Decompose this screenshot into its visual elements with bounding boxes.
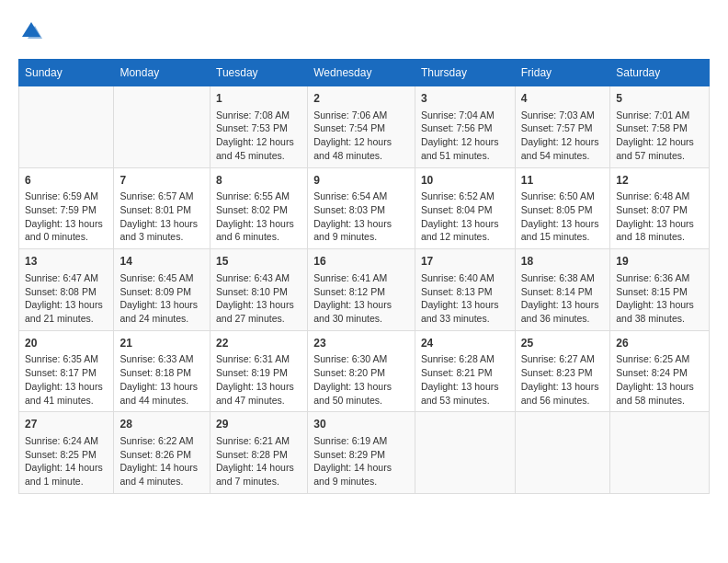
week-row: 1Sunrise: 7:08 AM Sunset: 7:53 PM Daylig…	[19, 86, 710, 168]
calendar-cell	[114, 86, 210, 168]
calendar-cell: 7Sunrise: 6:57 AM Sunset: 8:01 PM Daylig…	[114, 167, 210, 249]
calendar-cell: 27Sunrise: 6:24 AM Sunset: 8:25 PM Dayli…	[19, 412, 114, 494]
cell-content: Sunrise: 6:33 AM Sunset: 8:18 PM Dayligh…	[119, 352, 204, 407]
day-number: 22	[216, 336, 301, 351]
day-number: 27	[25, 417, 108, 432]
day-number: 3	[421, 91, 509, 107]
cell-content: Sunrise: 7:08 AM Sunset: 7:53 PM Dayligh…	[216, 109, 301, 163]
day-number: 9	[313, 173, 409, 189]
logo	[18, 18, 48, 44]
calendar-cell: 19Sunrise: 6:36 AM Sunset: 8:15 PM Dayli…	[610, 249, 710, 331]
header-cell-saturday: Saturday	[610, 60, 710, 86]
calendar-cell: 16Sunrise: 6:41 AM Sunset: 8:12 PM Dayli…	[308, 249, 415, 331]
calendar-cell: 9Sunrise: 6:54 AM Sunset: 8:03 PM Daylig…	[308, 167, 415, 249]
cell-content: Sunrise: 6:35 AM Sunset: 8:17 PM Dayligh…	[25, 352, 108, 407]
calendar-cell: 26Sunrise: 6:25 AM Sunset: 8:24 PM Dayli…	[610, 330, 710, 412]
calendar-cell: 5Sunrise: 7:01 AM Sunset: 7:58 PM Daylig…	[610, 86, 710, 168]
calendar-cell: 24Sunrise: 6:28 AM Sunset: 8:21 PM Dayli…	[415, 330, 515, 412]
calendar-cell: 29Sunrise: 6:21 AM Sunset: 8:28 PM Dayli…	[210, 412, 308, 494]
day-number: 5	[616, 91, 703, 107]
cell-content: Sunrise: 6:28 AM Sunset: 8:21 PM Dayligh…	[421, 352, 509, 407]
cell-content: Sunrise: 6:30 AM Sunset: 8:20 PM Dayligh…	[313, 352, 409, 407]
calendar-cell: 12Sunrise: 6:48 AM Sunset: 8:07 PM Dayli…	[610, 167, 710, 249]
calendar-cell: 1Sunrise: 7:08 AM Sunset: 7:53 PM Daylig…	[210, 86, 308, 168]
header-cell-monday: Monday	[114, 60, 210, 86]
cell-content: Sunrise: 6:25 AM Sunset: 8:24 PM Dayligh…	[616, 352, 703, 407]
day-number: 28	[119, 417, 204, 432]
day-number: 7	[119, 173, 204, 189]
calendar-cell: 2Sunrise: 7:06 AM Sunset: 7:54 PM Daylig…	[308, 86, 415, 168]
day-number: 25	[521, 336, 604, 351]
day-number: 30	[313, 417, 409, 432]
calendar-cell: 30Sunrise: 6:19 AM Sunset: 8:29 PM Dayli…	[308, 412, 415, 494]
calendar-cell: 14Sunrise: 6:45 AM Sunset: 8:09 PM Dayli…	[114, 249, 210, 331]
week-row: 6Sunrise: 6:59 AM Sunset: 7:59 PM Daylig…	[19, 167, 710, 249]
day-number: 14	[119, 254, 204, 270]
week-row: 13Sunrise: 6:47 AM Sunset: 8:08 PM Dayli…	[19, 249, 710, 331]
cell-content: Sunrise: 6:52 AM Sunset: 8:04 PM Dayligh…	[421, 190, 509, 244]
day-number: 8	[216, 173, 301, 189]
cell-content: Sunrise: 7:06 AM Sunset: 7:54 PM Dayligh…	[313, 109, 409, 163]
cell-content: Sunrise: 6:27 AM Sunset: 8:23 PM Dayligh…	[521, 352, 604, 407]
cell-content: Sunrise: 6:19 AM Sunset: 8:29 PM Dayligh…	[313, 434, 409, 488]
calendar-header: SundayMondayTuesdayWednesdayThursdayFrid…	[19, 60, 710, 86]
day-number: 12	[616, 173, 703, 189]
header-cell-tuesday: Tuesday	[210, 60, 308, 86]
calendar-cell: 23Sunrise: 6:30 AM Sunset: 8:20 PM Dayli…	[308, 330, 415, 412]
day-number: 10	[421, 173, 509, 189]
day-number: 6	[25, 173, 108, 189]
day-number: 24	[421, 336, 509, 351]
day-number: 11	[521, 173, 604, 189]
day-number: 16	[313, 254, 409, 270]
header-cell-thursday: Thursday	[415, 60, 515, 86]
week-row: 27Sunrise: 6:24 AM Sunset: 8:25 PM Dayli…	[19, 412, 710, 494]
day-number: 2	[313, 91, 409, 107]
header-cell-wednesday: Wednesday	[308, 60, 415, 86]
calendar-cell: 22Sunrise: 6:31 AM Sunset: 8:19 PM Dayli…	[210, 330, 308, 412]
cell-content: Sunrise: 6:54 AM Sunset: 8:03 PM Dayligh…	[313, 190, 409, 244]
day-number: 29	[216, 417, 301, 432]
day-number: 19	[616, 254, 703, 270]
cell-content: Sunrise: 6:41 AM Sunset: 8:12 PM Dayligh…	[313, 271, 409, 326]
day-number: 1	[216, 91, 301, 107]
calendar-cell: 11Sunrise: 6:50 AM Sunset: 8:05 PM Dayli…	[515, 167, 609, 249]
calendar-cell: 25Sunrise: 6:27 AM Sunset: 8:23 PM Dayli…	[515, 330, 609, 412]
cell-content: Sunrise: 6:24 AM Sunset: 8:25 PM Dayligh…	[25, 434, 108, 488]
calendar-table: SundayMondayTuesdayWednesdayThursdayFrid…	[18, 59, 710, 494]
header-cell-friday: Friday	[515, 60, 609, 86]
header-row: SundayMondayTuesdayWednesdayThursdayFrid…	[19, 60, 710, 86]
day-number: 13	[25, 254, 108, 270]
day-number: 4	[521, 91, 604, 107]
calendar-cell: 20Sunrise: 6:35 AM Sunset: 8:17 PM Dayli…	[19, 330, 114, 412]
cell-content: Sunrise: 6:45 AM Sunset: 8:09 PM Dayligh…	[119, 271, 204, 326]
cell-content: Sunrise: 6:59 AM Sunset: 7:59 PM Dayligh…	[25, 190, 108, 244]
cell-content: Sunrise: 6:40 AM Sunset: 8:13 PM Dayligh…	[421, 271, 509, 326]
calendar-cell: 3Sunrise: 7:04 AM Sunset: 7:56 PM Daylig…	[415, 86, 515, 168]
cell-content: Sunrise: 6:50 AM Sunset: 8:05 PM Dayligh…	[521, 190, 604, 244]
calendar-cell: 10Sunrise: 6:52 AM Sunset: 8:04 PM Dayli…	[415, 167, 515, 249]
calendar-cell: 8Sunrise: 6:55 AM Sunset: 8:02 PM Daylig…	[210, 167, 308, 249]
day-number: 23	[313, 336, 409, 351]
cell-content: Sunrise: 7:01 AM Sunset: 7:58 PM Dayligh…	[616, 109, 703, 163]
cell-content: Sunrise: 6:48 AM Sunset: 8:07 PM Dayligh…	[616, 190, 703, 244]
calendar-body: 1Sunrise: 7:08 AM Sunset: 7:53 PM Daylig…	[19, 86, 710, 494]
calendar-cell: 15Sunrise: 6:43 AM Sunset: 8:10 PM Dayli…	[210, 249, 308, 331]
calendar-cell: 6Sunrise: 6:59 AM Sunset: 7:59 PM Daylig…	[19, 167, 114, 249]
day-number: 21	[119, 336, 204, 351]
calendar-cell: 18Sunrise: 6:38 AM Sunset: 8:14 PM Dayli…	[515, 249, 609, 331]
cell-content: Sunrise: 7:03 AM Sunset: 7:57 PM Dayligh…	[521, 109, 604, 163]
calendar-cell: 21Sunrise: 6:33 AM Sunset: 8:18 PM Dayli…	[114, 330, 210, 412]
day-number: 20	[25, 336, 108, 351]
day-number: 26	[616, 336, 703, 351]
cell-content: Sunrise: 6:21 AM Sunset: 8:28 PM Dayligh…	[216, 434, 301, 488]
calendar-cell	[610, 412, 710, 494]
calendar-cell	[515, 412, 609, 494]
cell-content: Sunrise: 7:04 AM Sunset: 7:56 PM Dayligh…	[421, 109, 509, 163]
calendar-cell	[19, 86, 114, 168]
day-number: 17	[421, 254, 509, 270]
week-row: 20Sunrise: 6:35 AM Sunset: 8:17 PM Dayli…	[19, 330, 710, 412]
header-cell-sunday: Sunday	[19, 60, 114, 86]
cell-content: Sunrise: 6:47 AM Sunset: 8:08 PM Dayligh…	[25, 271, 108, 326]
day-number: 15	[216, 254, 301, 270]
logo-icon	[18, 18, 44, 44]
